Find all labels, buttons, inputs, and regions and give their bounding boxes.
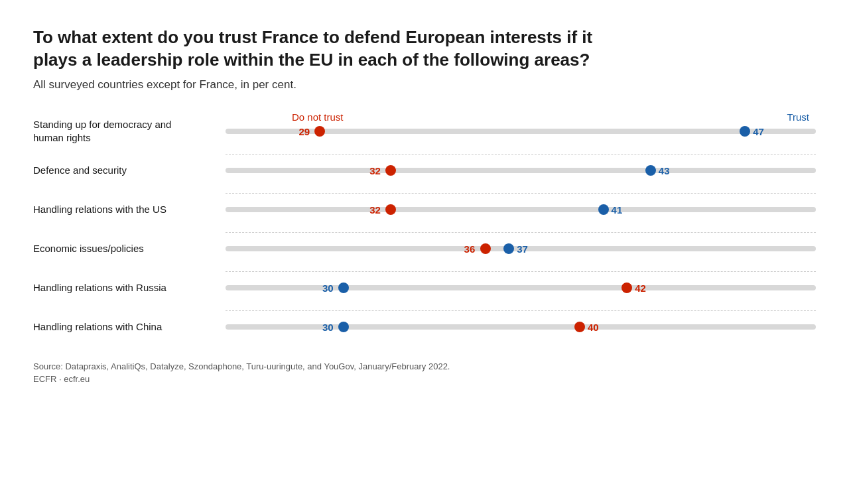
- chart-row: Economic issues/policies3637: [33, 234, 816, 263]
- page-container: To what extent do you trust France to de…: [0, 0, 849, 504]
- right-dot: [621, 283, 632, 293]
- source-credit: ECFR · ecfr.eu: [33, 373, 816, 386]
- subtitle: All surveyed countries except for France…: [33, 78, 816, 92]
- row-label: Defence and security: [33, 164, 226, 177]
- row-label: Economic issues/policies: [33, 242, 226, 255]
- left-value-label: 30: [322, 321, 334, 332]
- right-value-label: 42: [635, 282, 646, 293]
- chart-rows: Standing up for democracy and human righ…: [33, 117, 816, 342]
- row-separator: [226, 232, 816, 233]
- chart-area: Do not trust Trust Standing up for democ…: [33, 111, 816, 342]
- source-area: Source: Datapraxis, AnalitiQs, Datalyze,…: [33, 360, 816, 386]
- bar-wrapper: 3040: [226, 314, 816, 340]
- left-dot: [385, 204, 396, 215]
- left-dot: [314, 126, 325, 137]
- right-value-label: 41: [612, 204, 623, 215]
- row-label: Handling relations with the US: [33, 203, 226, 216]
- right-dot: [740, 126, 750, 137]
- chart-row: Handling relations with the US3241: [33, 195, 816, 224]
- right-dot: [503, 243, 514, 254]
- chart-row: Handling relations with Russia3042: [33, 273, 816, 302]
- bar-wrapper: 2947: [226, 118, 816, 145]
- row-label: Handling relations with Russia: [33, 281, 226, 294]
- right-dot: [645, 165, 656, 176]
- chart-row: Standing up for democracy and human righ…: [33, 117, 816, 146]
- right-value-label: 43: [659, 164, 670, 176]
- left-dot: [385, 165, 396, 176]
- left-value-label: 32: [369, 164, 381, 176]
- chart-row: Defence and security3243: [33, 156, 816, 185]
- row-separator: [226, 154, 816, 155]
- left-value-label: 36: [464, 243, 476, 254]
- bar-wrapper: 3243: [226, 157, 816, 184]
- left-value-label: 30: [322, 282, 334, 293]
- right-value-label: 37: [517, 243, 528, 254]
- row-separator: [226, 310, 816, 311]
- right-value-label: 40: [588, 321, 599, 332]
- left-dot: [338, 283, 349, 293]
- bar-wrapper: 3241: [226, 196, 816, 223]
- right-dot: [598, 204, 609, 215]
- left-dot: [338, 322, 349, 332]
- row-label: Standing up for democracy and human righ…: [33, 118, 226, 144]
- bar-wrapper: 3637: [226, 235, 816, 262]
- bar-wrapper: 3042: [226, 275, 816, 301]
- row-separator: [226, 271, 816, 272]
- right-dot: [574, 322, 585, 332]
- right-value-label: 47: [753, 125, 764, 137]
- main-title: To what extent do you trust France to de…: [33, 27, 630, 72]
- left-value-label: 29: [298, 125, 310, 137]
- left-value-label: 32: [369, 204, 381, 215]
- source-text: Source: Datapraxis, AnalitiQs, Datalyze,…: [33, 360, 816, 373]
- row-separator: [226, 193, 816, 194]
- row-label: Handling relations with China: [33, 320, 226, 334]
- chart-row: Handling relations with China3040: [33, 312, 816, 342]
- left-dot: [480, 243, 491, 254]
